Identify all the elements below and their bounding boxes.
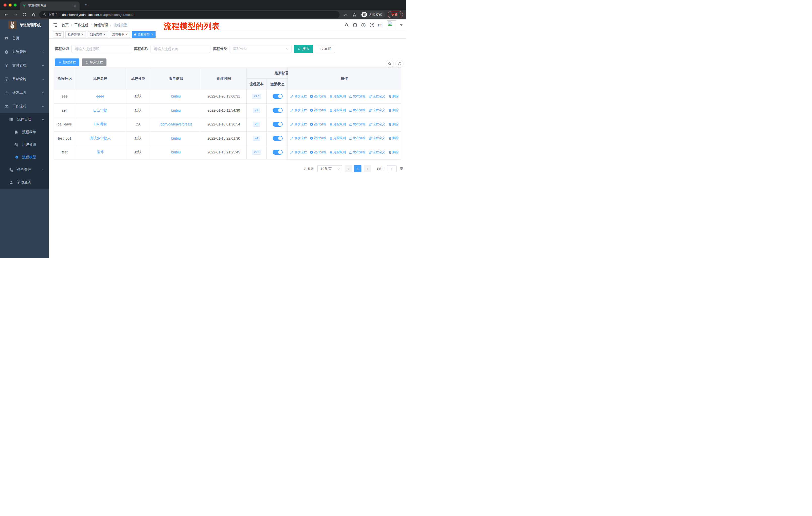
sidebar-item-user-group[interactable]: 用户分组 — [0, 138, 49, 151]
breadcrumb-workflow[interactable]: 工作流程 — [74, 23, 88, 27]
activation-toggle[interactable] — [272, 122, 283, 127]
tag-tenant[interactable]: 租户管理✕ — [65, 31, 86, 38]
maximize-window-button[interactable] — [13, 3, 17, 6]
delete-link[interactable]: 删除 — [388, 150, 399, 155]
close-icon[interactable]: ✕ — [125, 33, 128, 36]
design-process-link[interactable]: 设计流程 — [310, 122, 326, 127]
import-process-button[interactable]: 导入流程 — [82, 58, 107, 66]
form-info-link[interactable]: biubiu — [171, 150, 180, 154]
sidebar-item-home[interactable]: 首页 — [0, 31, 49, 45]
publish-process-link[interactable]: 发布流程 — [349, 136, 366, 140]
edit-process-link[interactable]: 修改流程 — [290, 108, 307, 112]
publish-process-link[interactable]: 发布流程 — [349, 94, 366, 99]
process-definition-link[interactable]: 流程定义 — [369, 122, 385, 127]
home-icon[interactable] — [30, 11, 37, 18]
reload-icon[interactable] — [21, 11, 28, 18]
refresh-table-button[interactable] — [396, 60, 404, 68]
assign-rule-link[interactable]: 分配规则 — [329, 122, 346, 127]
back-icon[interactable] — [3, 11, 9, 18]
sidebar-item-payment[interactable]: ¥ 支付管理 — [0, 59, 49, 72]
design-process-link[interactable]: 设计流程 — [310, 94, 326, 99]
process-name-input[interactable] — [150, 45, 210, 53]
edit-process-link[interactable]: 修改流程 — [290, 122, 307, 127]
process-name-link[interactable]: OA 请假 — [94, 122, 107, 127]
process-name-link[interactable]: 滔博 — [97, 150, 104, 155]
close-icon[interactable]: ✕ — [151, 33, 153, 36]
version-badge[interactable]: v5 — [253, 122, 261, 127]
publish-process-link[interactable]: 发布流程 — [349, 150, 366, 155]
edit-process-link[interactable]: 修改流程 — [290, 94, 307, 99]
activation-toggle[interactable] — [272, 150, 283, 155]
sidebar-item-task-management[interactable]: 任务管理 — [0, 164, 49, 176]
process-name-link[interactable]: 自己审批 — [93, 108, 107, 113]
close-icon[interactable]: ✕ — [81, 33, 84, 36]
tab-close-icon[interactable]: ✕ — [73, 4, 77, 8]
version-badge[interactable]: v17 — [252, 94, 261, 99]
delete-link[interactable]: 删除 — [388, 136, 399, 140]
assign-rule-link[interactable]: 分配规则 — [329, 108, 346, 112]
tag-my-process[interactable]: 我的流程✕ — [88, 31, 108, 38]
process-definition-link[interactable]: 流程定义 — [369, 136, 385, 140]
new-tab-button[interactable]: + — [83, 2, 89, 8]
process-definition-link[interactable]: 流程定义 — [369, 108, 385, 112]
browser-update-button[interactable]: 更新 — [388, 11, 403, 18]
help-icon[interactable]: ? — [361, 23, 366, 27]
avatar[interactable] — [387, 20, 396, 30]
delete-link[interactable]: 删除 — [388, 94, 399, 99]
minimize-window-button[interactable] — [8, 3, 11, 6]
process-id-input[interactable] — [71, 45, 132, 53]
page-number-current[interactable]: 1 — [354, 165, 361, 172]
prev-page-button[interactable] — [345, 165, 352, 172]
fullscreen-icon[interactable] — [370, 23, 374, 27]
create-process-button[interactable]: 新建流程 — [55, 58, 79, 66]
window-controls[interactable] — [3, 3, 17, 6]
sidebar-item-infrastructure[interactable]: 基础设施 — [0, 72, 49, 86]
assign-rule-link[interactable]: 分配规则 — [329, 94, 346, 99]
form-info-link[interactable]: /bpm/oa/leave/create — [160, 122, 193, 126]
next-page-button[interactable] — [364, 165, 371, 172]
sidebar-item-leave-query[interactable]: 请假查询 — [0, 176, 49, 189]
sidebar-item-workflow[interactable]: 工作流程 — [0, 100, 49, 113]
design-process-link[interactable]: 设计流程 — [310, 136, 326, 140]
sidebar-item-process-model[interactable]: 流程模型 — [0, 151, 49, 164]
search-icon[interactable] — [345, 23, 349, 27]
tag-process-form[interactable]: 流程表单✕ — [110, 31, 130, 38]
security-label[interactable]: 不安全 — [48, 12, 58, 17]
github-icon[interactable] — [353, 23, 357, 27]
version-badge[interactable]: v4 — [253, 136, 261, 141]
form-info-link[interactable]: biubiu — [171, 108, 180, 112]
version-badge[interactable]: v21 — [252, 150, 261, 155]
reset-button[interactable]: 重置 — [316, 45, 335, 53]
activation-toggle[interactable] — [272, 94, 283, 99]
version-badge[interactable]: v2 — [253, 108, 261, 113]
activation-toggle[interactable] — [272, 136, 283, 141]
delete-link[interactable]: 删除 — [388, 122, 399, 127]
breadcrumb-process-management[interactable]: 流程管理 — [94, 23, 108, 27]
sidebar-item-dev-tools[interactable]: 研发工具 — [0, 86, 49, 100]
edit-process-link[interactable]: 修改流程 — [290, 150, 307, 155]
goto-page-input[interactable] — [387, 165, 397, 172]
page-url[interactable]: dashboard.yudao.iocoder.cn/bpm/manager/m… — [62, 13, 134, 17]
tag-process-model[interactable]: 流程模型✕ — [132, 31, 155, 38]
close-icon[interactable]: ✕ — [103, 33, 106, 36]
process-definition-link[interactable]: 流程定义 — [369, 94, 385, 99]
activation-toggle[interactable] — [272, 108, 283, 113]
form-info-link[interactable]: biubiu — [171, 94, 180, 98]
browser-menu-icon[interactable] — [400, 13, 401, 17]
address-bar[interactable]: 不安全 dashboard.yudao.iocoder.cn/bpm/manag… — [39, 11, 340, 18]
process-name-link[interactable]: eeee — [96, 94, 104, 98]
page-size-select[interactable]: 10条/页 — [317, 165, 342, 172]
app-logo-row[interactable]: 芋道管理系统 — [0, 19, 49, 31]
search-button[interactable]: 搜索 — [294, 45, 313, 53]
close-window-button[interactable] — [3, 3, 6, 6]
design-process-link[interactable]: 设计流程 — [310, 150, 326, 155]
publish-process-link[interactable]: 发布流程 — [349, 108, 366, 112]
sidebar-collapse-icon[interactable] — [53, 23, 58, 27]
category-select[interactable]: 流程分类 — [230, 45, 291, 53]
key-icon[interactable] — [342, 11, 349, 18]
browser-tab[interactable]: 芋道管理系统 ✕ — [20, 1, 80, 10]
process-definition-link[interactable]: 流程定义 — [369, 150, 385, 155]
sidebar-item-process-management[interactable]: 流程管理 — [0, 113, 49, 126]
design-process-link[interactable]: 设计流程 — [310, 108, 326, 112]
edit-process-link[interactable]: 修改流程 — [290, 136, 307, 140]
